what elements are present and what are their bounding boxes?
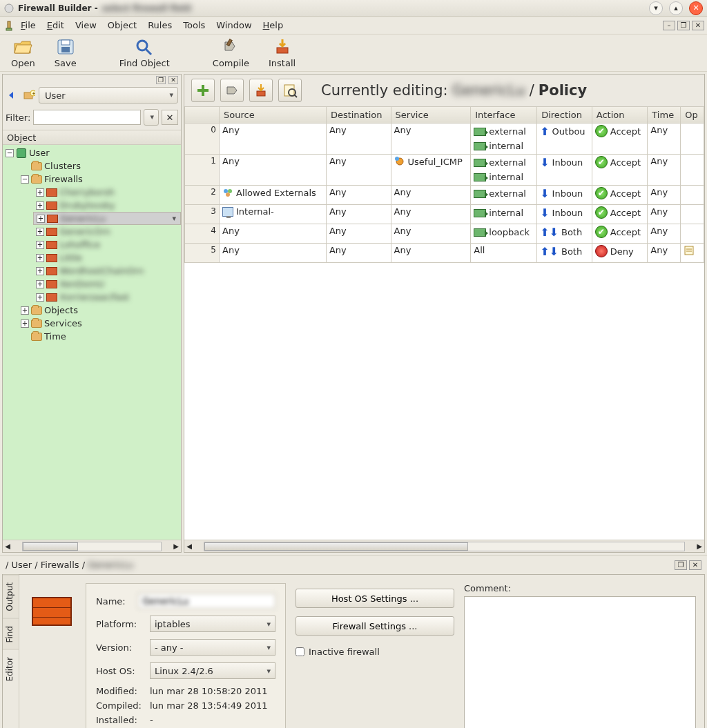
options-icon[interactable] (684, 245, 695, 256)
tab-find[interactable]: Find (3, 618, 19, 650)
rules-col-header[interactable]: Interface (471, 107, 537, 124)
rules-col-header[interactable]: Action (592, 107, 648, 124)
filter-label: Filter: (6, 112, 30, 123)
rule-row[interactable]: 0 Any Any Any externalinternal ⬆ Outbou … (185, 124, 704, 155)
filter-clear-button[interactable]: ✕ (162, 110, 178, 125)
menu-help[interactable]: Help (258, 17, 289, 33)
version-select[interactable]: - any - (150, 639, 275, 656)
expand-toggle[interactable]: + (36, 267, 44, 275)
tree-node-time[interactable]: Time (44, 331, 66, 342)
rules-col-header[interactable]: Time (648, 107, 681, 124)
mdi-min-button[interactable]: – (663, 21, 675, 30)
host-os-settings-button[interactable]: Host OS Settings ... (296, 589, 454, 608)
editor-close-button[interactable]: ✕ (689, 560, 701, 570)
tab-output[interactable]: Output (3, 575, 19, 618)
expand-toggle[interactable]: + (36, 280, 44, 288)
filter-type-select[interactable] (144, 109, 159, 126)
tree-node-user[interactable]: User (29, 148, 50, 158)
tree-node-services[interactable]: Services (44, 318, 82, 328)
rule-row[interactable]: 1 Any Any Useful_ICMP externalinternal ⬇… (185, 155, 704, 186)
tool-save[interactable]: Save (53, 37, 78, 68)
rule-row[interactable]: 4 Any Any Any loopback ⬆⬇ Both ✔ Accept … (185, 224, 704, 244)
rule-row[interactable]: 2 Allowed Externals Any Any external ⬇ I… (185, 186, 704, 205)
expand-toggle[interactable]: + (37, 215, 45, 223)
rule-row[interactable]: 5 Any Any Any All ⬆⬇ Both Deny Any (185, 244, 704, 263)
folder-icon (31, 175, 42, 184)
panel-undock-button[interactable]: ❐ (156, 76, 166, 84)
tree-node-firewall[interactable]: + GenericLu (33, 212, 181, 225)
tree-node-objects[interactable]: Objects (44, 305, 78, 315)
menu-tools[interactable]: Tools (177, 17, 211, 33)
editor-undock-button[interactable]: ❐ (675, 560, 687, 570)
compile-rule-button[interactable] (220, 79, 244, 102)
tree-node-firewall[interactable]: + Xorrierzaar/fast (33, 291, 181, 304)
arrow-both-icon: ⬆⬇ (540, 226, 559, 239)
rules-table[interactable]: SourceDestinationServiceInterfaceDirecti… (184, 107, 704, 263)
menu-file[interactable]: File (15, 17, 41, 33)
collapse-toggle[interactable]: − (21, 175, 29, 184)
tree-node-firewall[interactable]: + Drubylovsky (33, 199, 181, 212)
rules-col-header[interactable]: Direction (537, 107, 592, 124)
rules-hscroll[interactable]: ◀▶ (184, 540, 704, 552)
collapse-toggle[interactable]: − (6, 149, 14, 157)
rule-row[interactable]: 3 Internal- Any Any internal ⬇ Inboun ✔ … (185, 205, 704, 224)
install-rule-button[interactable] (249, 79, 273, 102)
tool-find[interactable]: Find Object (118, 37, 171, 68)
menu-window[interactable]: Window (211, 17, 257, 33)
panel-close-button[interactable]: ✕ (168, 76, 178, 84)
tree-node-firewall[interactable]: + Cherryborsh (33, 186, 181, 199)
expand-toggle[interactable]: + (36, 241, 44, 249)
hostos-select[interactable]: Linux 2.4/2.6 (150, 662, 275, 679)
svg-rect-24 (685, 246, 693, 255)
nav-new-button[interactable]: ✦ (22, 88, 36, 102)
name-input[interactable] (138, 593, 275, 609)
tree-node-firewall[interactable]: + XenDomU (33, 277, 181, 291)
object-tree[interactable]: −User Clusters −Firewalls + Cherryborsh … (3, 145, 181, 540)
expand-toggle[interactable]: + (36, 293, 44, 302)
tree-node-firewalls[interactable]: Firewalls (44, 174, 83, 184)
filter-input[interactable] (33, 110, 141, 125)
inspect-button[interactable] (278, 79, 302, 102)
comment-textarea[interactable] (464, 596, 696, 728)
expand-toggle[interactable]: + (21, 319, 29, 328)
firewall-settings-button[interactable]: Firewall Settings ... (296, 616, 454, 636)
menu-view[interactable]: View (70, 17, 102, 33)
tool-open[interactable]: Open (10, 37, 37, 68)
tree-hscroll[interactable]: ◀▶ (3, 540, 181, 552)
inactive-firewall-checkbox[interactable] (296, 647, 304, 656)
tree-node-clusters[interactable]: Clusters (44, 161, 81, 171)
mdi-restore-button[interactable]: ❐ (677, 21, 690, 30)
breadcrumb-path[interactable]: / User / Firewalls / (6, 560, 85, 570)
rules-col-header[interactable] (185, 107, 220, 124)
tree-node-firewall[interactable]: + GenericOrn (33, 225, 181, 238)
rules-col-header[interactable]: Source (220, 107, 327, 124)
tool-install[interactable]: Install (267, 37, 297, 68)
menu-rules[interactable]: Rules (142, 17, 177, 33)
nav-back-button[interactable] (6, 88, 19, 102)
tool-compile[interactable]: Compile (211, 37, 251, 68)
tab-editor[interactable]: Editor (3, 649, 19, 689)
expand-toggle[interactable]: + (36, 254, 44, 262)
menu-edit[interactable]: Edit (41, 17, 70, 33)
expand-toggle[interactable]: + (21, 306, 29, 315)
library-select[interactable]: User (39, 87, 178, 104)
tree-node-firewall[interactable]: + WordhostChainOrn (33, 264, 181, 277)
rules-col-header[interactable]: Op (681, 107, 704, 124)
add-rule-button[interactable] (191, 79, 215, 102)
rules-col-header[interactable]: Service (391, 107, 471, 124)
tree-node-firewall[interactable]: + Lohoffice (33, 238, 181, 251)
window-max-button[interactable]: ▴ (669, 1, 683, 15)
menu-object[interactable]: Object (102, 17, 142, 33)
rules-col-header[interactable]: Destination (326, 107, 391, 124)
mdi-close-button[interactable]: ✕ (692, 21, 704, 30)
interface-icon (474, 209, 486, 217)
expand-toggle[interactable]: + (36, 188, 44, 197)
platform-select[interactable]: iptables (150, 616, 275, 632)
expand-toggle[interactable]: + (36, 201, 44, 210)
comment-label: Comment: (464, 583, 696, 593)
tree-node-firewall[interactable]: + Little (33, 251, 181, 264)
window-min-button[interactable]: ▾ (649, 1, 663, 15)
expand-toggle[interactable]: + (36, 228, 44, 236)
breadcrumb-leaf[interactable]: GenericLu (88, 560, 133, 570)
window-close-button[interactable]: ✕ (689, 1, 703, 15)
